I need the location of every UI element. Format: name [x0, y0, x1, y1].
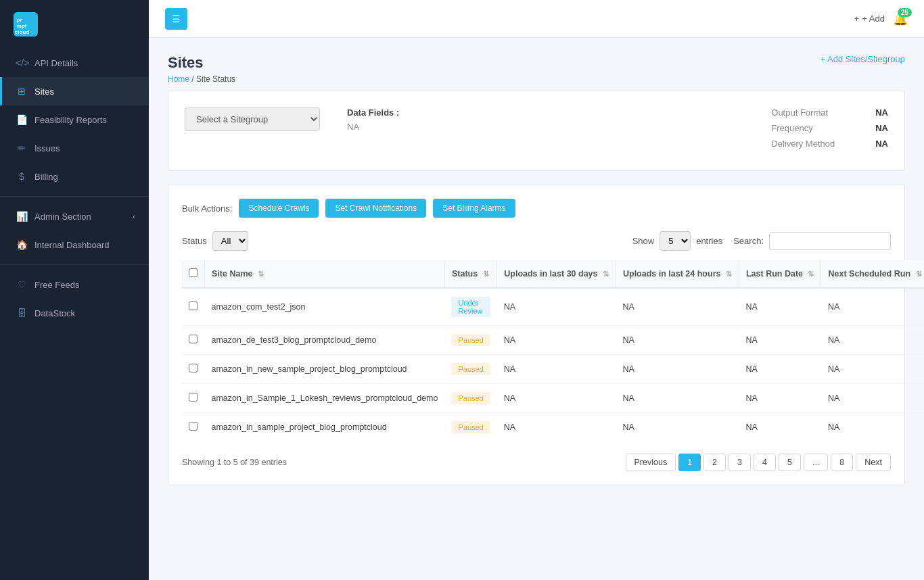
report-icon: 📄 [16, 114, 28, 125]
search-input[interactable] [769, 232, 891, 250]
menu-button[interactable]: ☰ [165, 8, 187, 30]
search-label: Search: [733, 236, 764, 246]
cell-uploads-24: NA [616, 326, 739, 355]
page-2-button[interactable]: 2 [703, 454, 726, 471]
data-fields-value: NA [347, 122, 744, 132]
sidebar-item-feasibility-reports[interactable]: 📄 Feasibility Reports [0, 105, 149, 134]
breadcrumb-separator: / [191, 74, 193, 84]
set-billing-alarms-button[interactable]: Set Billing Alarms [433, 199, 515, 218]
sidebar-item-api-details[interactable]: </> API Details [0, 49, 149, 77]
cell-uploads-24: NA [616, 288, 739, 326]
sidebar-item-billing[interactable]: $ Billing [0, 162, 149, 191]
add-sites-button[interactable]: + Add Sites/Sitegroup [821, 54, 905, 64]
status-badge: Under Review [451, 297, 490, 317]
col-uploads-24: Uploads in last 24 hours ⇅ [616, 260, 739, 288]
sidebar-item-issues[interactable]: ✏ Issues [0, 134, 149, 162]
svg-text:mpt: mpt [17, 23, 27, 29]
col-site-name-label: Site Name [212, 269, 252, 279]
cell-uploads-30: NA [497, 355, 616, 384]
data-table: Site Name ⇅ Status ⇅ Uploads in last 30 … [182, 260, 924, 441]
row-checkbox-0[interactable] [189, 301, 198, 310]
sidebar-item-sites[interactable]: ⊞ Sites [0, 77, 149, 105]
page-4-button[interactable]: 4 [754, 454, 776, 471]
row-checkbox-cell [182, 413, 205, 442]
row-checkbox-cell [182, 384, 205, 413]
sidebar-item-datastock[interactable]: 🗄 DataStock [0, 299, 149, 327]
chevron-icon: ‹ [133, 212, 135, 220]
row-checkbox-2[interactable] [189, 364, 198, 372]
sort-next-run-icon[interactable]: ⇅ [916, 270, 922, 278]
pagination-buttons: Previous 1 2 3 4 5 ... 8 Next [626, 454, 891, 471]
cell-uploads-24: NA [616, 355, 739, 384]
breadcrumb-home[interactable]: Home [168, 74, 189, 84]
cell-status: Paused [444, 326, 496, 355]
edit-icon: ✏ [16, 143, 28, 153]
page-8-button[interactable]: 8 [831, 454, 853, 471]
status-filter-label: Status [182, 236, 207, 246]
entries-select[interactable]: 5 [660, 231, 691, 251]
row-checkbox-4[interactable] [189, 422, 198, 431]
breadcrumb: Home / Site Status [168, 74, 235, 84]
select-all-checkbox[interactable] [189, 268, 198, 277]
cell-site-name: amazon_com_test2_json [205, 288, 445, 326]
table-row: amazon_com_test2_json Under Review NA NA… [182, 288, 924, 326]
cell-last-run: NA [739, 413, 821, 442]
svg-text:pr: pr [17, 17, 23, 23]
grid-icon: ⊞ [16, 86, 28, 97]
page-1-button[interactable]: 1 [678, 454, 701, 471]
cell-status: Paused [444, 355, 496, 384]
cell-status: Paused [444, 384, 496, 413]
add-button[interactable]: + + Add [854, 14, 885, 24]
delivery-method-label: Delivery Method [771, 139, 835, 149]
output-format-value: NA [875, 107, 888, 118]
table-row: amazon_de_test3_blog_promptcloud_demo Pa… [182, 326, 924, 355]
schedule-crawls-button[interactable]: Schedule Crawls [239, 199, 319, 218]
filter-card: Select a Sitegroup Data Fields : NA Outp… [168, 91, 905, 171]
breadcrumb-current: Site Status [196, 74, 235, 84]
page-5-button[interactable]: 5 [779, 454, 801, 471]
pagination-bar: Showing 1 to 5 of 39 entries Previous 1 … [182, 454, 891, 471]
cell-next-run: NA [821, 355, 924, 384]
row-checkbox-3[interactable] [189, 393, 198, 402]
row-checkbox-1[interactable] [189, 335, 198, 343]
table-row: amazon_in_Sample_1_Lokesh_reviews_prompt… [182, 384, 924, 413]
col-site-name: Site Name ⇅ [205, 260, 445, 288]
show-label: Show [632, 236, 655, 246]
data-fields: Data Fields : NA [347, 107, 744, 132]
notification-button[interactable]: 🔔 25 [893, 11, 908, 26]
showing-text: Showing 1 to 5 of 39 entries [182, 458, 287, 467]
next-button[interactable]: Next [856, 454, 891, 471]
cell-uploads-30: NA [497, 413, 616, 442]
sort-uploads-24-icon[interactable]: ⇅ [726, 270, 732, 278]
main-content: ☰ + + Add 🔔 25 Sites Home / Site Status … [149, 0, 924, 580]
sort-status-icon[interactable]: ⇅ [483, 270, 489, 278]
page-3-button[interactable]: 3 [729, 454, 751, 471]
status-badge: Paused [451, 421, 490, 433]
sitegroup-select[interactable]: Select a Sitegroup [185, 107, 320, 131]
delivery-method-value: NA [875, 139, 888, 149]
dollar-icon: $ [16, 171, 28, 182]
col-next-run-label: Next Scheduled Run [828, 269, 910, 279]
sort-uploads-30-icon[interactable]: ⇅ [603, 270, 609, 278]
cell-site-name: amazon_in_sample_project_blog_promptclou… [205, 413, 445, 442]
sidebar-item-internal-dashboard[interactable]: 🏠 Internal Dashboard [0, 231, 149, 259]
row-checkbox-cell [182, 355, 205, 384]
sort-site-name-icon[interactable]: ⇅ [258, 270, 264, 278]
sidebar-item-admin-section[interactable]: 📊 Admin Section ‹ [0, 202, 149, 231]
cell-site-name: amazon_in_Sample_1_Lokesh_reviews_prompt… [205, 384, 445, 413]
sort-last-run-icon[interactable]: ⇅ [808, 270, 814, 278]
cell-next-run: NA [821, 326, 924, 355]
admin-icon: 📊 [16, 211, 28, 222]
set-crawl-notifications-button[interactable]: Set Crawl Notifications [325, 199, 426, 218]
dashboard-icon: 🏠 [16, 239, 28, 250]
sidebar: pr mpt cloud </> API Details ⊞ Sites 📄 F… [0, 0, 149, 580]
table-card: Bulk Actions: Schedule Crawls Set Crawl … [168, 185, 905, 485]
col-status-label: Status [452, 269, 478, 279]
status-select[interactable]: All [212, 231, 248, 251]
plus-icon: + [854, 14, 860, 24]
output-format-label: Output Format [771, 107, 828, 118]
code-icon: </> [16, 57, 28, 68]
previous-button[interactable]: Previous [626, 454, 676, 471]
cell-last-run: NA [739, 326, 821, 355]
sidebar-item-free-feeds[interactable]: ♡ Free Feeds [0, 270, 149, 299]
